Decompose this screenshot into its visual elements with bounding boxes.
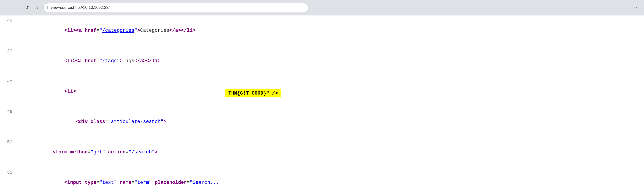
forward-button[interactable]: → xyxy=(13,4,21,12)
home-button[interactable]: ⌂ xyxy=(33,4,41,12)
line-content-48: <li> xyxy=(18,76,76,107)
source-line-51: 51 <input type="text" name="term" placeh… xyxy=(0,168,644,190)
address-text: view-source:http://10.10.105.123/ xyxy=(51,5,304,10)
line-number-46: 46 xyxy=(0,15,18,25)
browser-toolbar: ← → ↺ ⌂ ℹ view-source:http://10.10.105.1… xyxy=(0,0,644,15)
line-number-51: 51 xyxy=(0,168,18,178)
line-content-50: <form method="get" action="/search"> xyxy=(18,137,158,168)
address-bar[interactable]: ℹ view-source:http://10.10.105.123/ xyxy=(43,3,308,12)
source-content: 46 <li><a href="/categories">Categories<… xyxy=(0,15,644,190)
highlight-box: THM{G!T_G00D}" /> xyxy=(225,89,281,97)
source-line-48: 48 <li> xyxy=(0,76,644,107)
nav-buttons: ← → ↺ ⌂ xyxy=(4,4,41,12)
reload-button[interactable]: ↺ xyxy=(23,4,31,12)
info-icon: ℹ xyxy=(47,5,48,10)
source-line-49: 49 <div class="articulate-search"> xyxy=(0,107,644,137)
source-view: 46 <li><a href="/categories">Categories<… xyxy=(0,15,644,190)
line-number-48: 48 xyxy=(0,76,18,86)
line-number-50: 50 xyxy=(0,137,18,147)
source-line-46: 46 <li><a href="/categories">Categories<… xyxy=(0,15,644,46)
line-content-46: <li><a href="/categories">Categories</a>… xyxy=(18,15,196,46)
browser-menu-button[interactable]: ⋯ xyxy=(632,4,640,12)
line-content-51: <input type="text" name="term" placehold… xyxy=(18,168,219,190)
source-line-47: 47 <li><a href="/tags">Tags</a></li> xyxy=(0,46,644,76)
back-button[interactable]: ← xyxy=(4,4,12,12)
line-number-47: 47 xyxy=(0,46,18,56)
line-number-49: 49 xyxy=(0,107,18,117)
line-content-47: <li><a href="/tags">Tags</a></li> xyxy=(18,46,160,76)
line-content-49: <div class="articulate-search"> xyxy=(18,107,166,137)
source-line-50: 50 <form method="get" action="/search"> xyxy=(0,137,644,168)
